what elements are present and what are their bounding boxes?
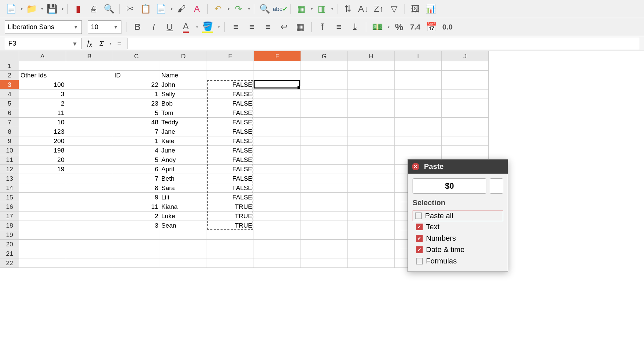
row-header[interactable]: 13 — [0, 174, 19, 183]
row-header[interactable]: 4 — [0, 89, 19, 99]
dropdown-arrow-icon[interactable]: ▾ — [110, 42, 111, 45]
cell[interactable] — [254, 174, 301, 183]
find-replace-button[interactable]: 🔍 — [258, 3, 271, 15]
paste-option[interactable]: ✔Numbers — [413, 233, 503, 244]
cell[interactable] — [66, 249, 113, 258]
cut-button[interactable]: ✂ — [124, 3, 137, 15]
cell[interactable] — [301, 165, 348, 174]
cell[interactable]: 6 — [113, 165, 160, 174]
cell[interactable] — [66, 183, 113, 193]
formula-input[interactable] — [127, 38, 639, 49]
save-button[interactable]: 💾 — [46, 3, 58, 15]
col-header-F[interactable]: F — [254, 51, 301, 61]
cell[interactable] — [254, 240, 301, 249]
cell[interactable]: April — [160, 165, 207, 174]
insert-col-button[interactable]: ▥ — [315, 3, 328, 15]
cell[interactable] — [254, 71, 301, 80]
cell[interactable] — [442, 89, 489, 99]
cell[interactable] — [19, 249, 66, 258]
dropdown-arrow-icon[interactable]: ▾ — [171, 7, 172, 11]
font-size-input[interactable] — [91, 23, 113, 31]
cell[interactable]: 100 — [19, 80, 66, 89]
cell[interactable] — [348, 99, 395, 108]
export-pdf-button[interactable]: ▮ — [72, 3, 85, 15]
cell[interactable]: 5 — [113, 108, 160, 118]
cell[interactable] — [66, 99, 113, 108]
cell[interactable] — [207, 258, 254, 268]
cell[interactable] — [160, 61, 207, 71]
cell[interactable] — [113, 249, 160, 258]
cell[interactable] — [160, 230, 207, 240]
cell[interactable] — [442, 99, 489, 108]
cell[interactable]: TRUE — [207, 221, 254, 230]
cell-reference-field[interactable]: F3 ▾ — [5, 38, 82, 49]
cell[interactable] — [66, 108, 113, 118]
paste-option[interactable]: Paste all — [413, 210, 503, 221]
cell[interactable] — [66, 61, 113, 71]
dropdown-arrow-icon[interactable]: ▾ — [218, 25, 220, 29]
cell[interactable] — [113, 230, 160, 240]
cell[interactable]: 9 — [113, 193, 160, 202]
cell[interactable] — [301, 108, 348, 118]
dropdown-arrow-icon[interactable]: ▾ — [21, 7, 22, 11]
paste-option[interactable]: ✔Date & time — [413, 244, 503, 255]
cell[interactable]: Sean — [160, 221, 207, 230]
cell[interactable] — [19, 202, 66, 212]
row-header[interactable]: 19 — [0, 230, 19, 240]
cell[interactable]: 22 — [113, 80, 160, 89]
cell[interactable]: 1 — [113, 136, 160, 146]
decimal-button[interactable]: 0.0 — [441, 21, 454, 34]
cell[interactable]: Lili — [160, 193, 207, 202]
cell[interactable] — [254, 89, 301, 99]
checkbox[interactable]: ✔ — [416, 246, 423, 253]
cell[interactable]: Sally — [160, 89, 207, 99]
cell[interactable] — [66, 212, 113, 221]
cell[interactable] — [254, 230, 301, 240]
cell[interactable] — [442, 61, 489, 71]
cell[interactable]: FALSE — [207, 155, 254, 165]
cell[interactable]: FALSE — [207, 136, 254, 146]
cell[interactable] — [301, 127, 348, 136]
cell[interactable] — [348, 230, 395, 240]
paste-preset-button[interactable] — [490, 178, 503, 194]
cell[interactable] — [395, 61, 442, 71]
row-header[interactable]: 1 — [0, 61, 19, 71]
cell[interactable] — [348, 155, 395, 165]
col-header-J[interactable]: J — [442, 51, 489, 61]
cell[interactable] — [348, 71, 395, 80]
cell[interactable]: FALSE — [207, 89, 254, 99]
cell[interactable]: TRUE — [207, 212, 254, 221]
font-size-selector[interactable]: ▾ — [88, 20, 121, 34]
cell[interactable] — [301, 193, 348, 202]
cell[interactable] — [207, 61, 254, 71]
cell[interactable] — [301, 155, 348, 165]
row-header[interactable]: 10 — [0, 146, 19, 155]
sort-asc-button[interactable]: A↓ — [357, 3, 370, 15]
cell[interactable] — [348, 212, 395, 221]
cell[interactable]: 3 — [113, 221, 160, 230]
dropdown-arrow-icon[interactable]: ▾ — [331, 7, 333, 11]
cell[interactable] — [19, 174, 66, 183]
cell[interactable]: 23 — [113, 99, 160, 108]
col-header-D[interactable]: D — [160, 51, 207, 61]
cell[interactable]: FALSE — [207, 165, 254, 174]
cell[interactable] — [254, 127, 301, 136]
row-header[interactable]: 3 — [0, 80, 19, 89]
new-doc-button[interactable]: 📄 — [5, 3, 17, 15]
cell[interactable]: June — [160, 146, 207, 155]
cell[interactable]: FALSE — [207, 108, 254, 118]
italic-button[interactable]: I — [147, 21, 160, 34]
row-header[interactable]: 15 — [0, 193, 19, 202]
cell[interactable] — [254, 193, 301, 202]
cell[interactable] — [301, 258, 348, 268]
align-center-button[interactable]: ≡ — [246, 21, 258, 34]
row-header[interactable]: 17 — [0, 212, 19, 221]
cell[interactable] — [66, 240, 113, 249]
row-header[interactable]: 21 — [0, 249, 19, 258]
cell[interactable] — [207, 249, 254, 258]
cell[interactable] — [207, 240, 254, 249]
cell[interactable] — [301, 80, 348, 89]
cell[interactable] — [160, 249, 207, 258]
dropdown-arrow-icon[interactable]: ▾ — [41, 7, 43, 11]
cell[interactable] — [395, 108, 442, 118]
